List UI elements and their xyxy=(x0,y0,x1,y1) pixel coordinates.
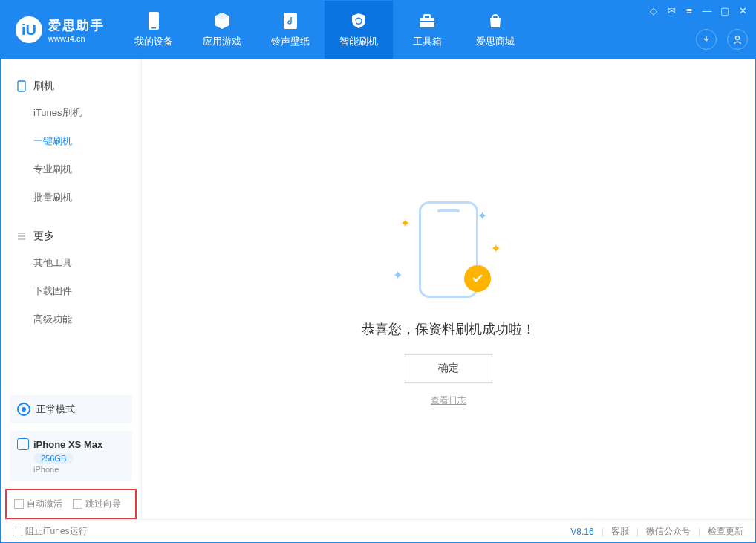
sidebar-group-more: 更多 xyxy=(1,224,141,249)
tab-apps-games[interactable]: 应用游戏 xyxy=(188,1,256,59)
footer-link-update[interactable]: 检查更新 xyxy=(708,525,743,538)
app-logo: iU 爱思助手 www.i4.cn xyxy=(16,16,105,43)
checkbox-icon xyxy=(14,499,24,509)
close-button[interactable]: ✕ xyxy=(737,5,748,16)
check-badge-icon xyxy=(464,265,491,292)
footer-link-wechat[interactable]: 微信公众号 xyxy=(646,525,691,538)
tab-label: 工具箱 xyxy=(413,35,442,48)
user-button[interactable] xyxy=(727,29,748,50)
checkbox-block-itunes[interactable]: 阻止iTunes运行 xyxy=(13,525,88,538)
status-bar: 阻止iTunes运行 V8.16 | 客服 | 微信公众号 | 检查更新 xyxy=(1,519,755,543)
options-highlighted-box: 自动激活 跳过向导 xyxy=(5,489,137,519)
music-file-icon xyxy=(281,11,300,30)
device-name-text: iPhone XS Max xyxy=(33,439,102,450)
sidebar-item-oneclick-flash[interactable]: 一键刷机 xyxy=(1,127,141,155)
app-header: iU 爱思助手 www.i4.cn 我的设备 应用游戏 铃声壁纸 智能刷机 工具… xyxy=(1,1,755,59)
success-illustration: ✦ ✦ ✦ ✦ xyxy=(393,201,504,305)
ok-button[interactable]: 确定 xyxy=(405,354,492,383)
toolbox-icon xyxy=(417,11,437,30)
svg-rect-5 xyxy=(420,21,434,22)
tab-smart-flash[interactable]: 智能刷机 xyxy=(325,1,393,59)
success-message: 恭喜您，保资料刷机成功啦！ xyxy=(362,320,535,338)
view-log-link[interactable]: 查看日志 xyxy=(431,394,466,407)
tab-my-device[interactable]: 我的设备 xyxy=(120,1,188,59)
tab-ringtones-wallpapers[interactable]: 铃声壁纸 xyxy=(256,1,325,59)
phone-icon xyxy=(16,80,27,92)
nav-tabs: 我的设备 应用游戏 铃声壁纸 智能刷机 工具箱 爱思商城 xyxy=(120,1,529,59)
feedback-icon[interactable]: ✉ xyxy=(666,5,677,16)
sidebar-group-flash: 刷机 xyxy=(1,74,141,99)
device-type: iPhone xyxy=(33,465,125,474)
tab-label: 我的设备 xyxy=(134,35,173,48)
device-icon xyxy=(17,438,29,450)
checkbox-icon xyxy=(13,527,22,536)
app-title: 爱思助手 xyxy=(48,17,105,34)
sidebar-item-download-firmware[interactable]: 下载固件 xyxy=(1,277,141,305)
logo-icon: iU xyxy=(16,16,42,43)
sidebar-item-pro-flash[interactable]: 专业刷机 xyxy=(1,155,141,183)
svg-rect-1 xyxy=(151,27,156,29)
sidebar-item-advanced[interactable]: 高级功能 xyxy=(1,305,141,334)
mode-label: 正常模式 xyxy=(36,403,75,416)
checkbox-skip-guide[interactable]: 跳过向导 xyxy=(73,498,121,510)
sidebar-item-other-tools[interactable]: 其他工具 xyxy=(1,249,141,277)
download-button[interactable] xyxy=(696,29,717,50)
device-capacity: 256GB xyxy=(33,453,74,464)
tab-label: 应用游戏 xyxy=(203,35,241,48)
system-buttons: ◇ ✉ ≡ — ▢ ✕ xyxy=(648,5,748,16)
cube-icon xyxy=(212,11,232,30)
footer-link-support[interactable]: 客服 xyxy=(611,525,629,538)
menu-icon[interactable]: ≡ xyxy=(684,5,694,16)
tshirt-icon[interactable]: ◇ xyxy=(648,5,659,16)
tab-label: 铃声壁纸 xyxy=(271,35,310,48)
device-info[interactable]: iPhone XS Max 256GB iPhone xyxy=(10,431,132,481)
sidebar-item-itunes-flash[interactable]: iTunes刷机 xyxy=(1,99,141,127)
tab-toolbox[interactable]: 工具箱 xyxy=(393,1,461,59)
sidebar: 刷机 iTunes刷机 一键刷机 专业刷机 批量刷机 更多 其他工具 下载固件 … xyxy=(1,59,142,519)
tab-store[interactable]: 爱思商城 xyxy=(461,1,529,59)
list-icon xyxy=(16,230,27,242)
minimize-button[interactable]: — xyxy=(702,5,712,16)
main-content: ✦ ✦ ✦ ✦ 恭喜您，保资料刷机成功啦！ 确定 查看日志 xyxy=(142,59,755,519)
svg-rect-4 xyxy=(424,15,430,19)
svg-rect-7 xyxy=(18,81,25,91)
shopping-bag-icon xyxy=(486,11,505,30)
tab-label: 爱思商城 xyxy=(476,35,515,48)
mode-icon xyxy=(17,403,30,416)
tab-label: 智能刷机 xyxy=(339,35,378,48)
device-icon xyxy=(144,11,163,30)
svg-point-6 xyxy=(736,36,740,40)
version-label: V8.16 xyxy=(570,527,593,537)
svg-rect-0 xyxy=(149,12,159,30)
maximize-button[interactable]: ▢ xyxy=(720,5,730,16)
mode-indicator[interactable]: 正常模式 xyxy=(10,395,132,423)
svg-rect-2 xyxy=(284,13,297,29)
checkbox-auto-activate[interactable]: 自动激活 xyxy=(14,498,62,510)
sidebar-item-batch-flash[interactable]: 批量刷机 xyxy=(1,183,141,212)
refresh-shield-icon xyxy=(349,11,368,30)
app-subtitle: www.i4.cn xyxy=(48,34,105,43)
checkbox-icon xyxy=(73,499,82,509)
